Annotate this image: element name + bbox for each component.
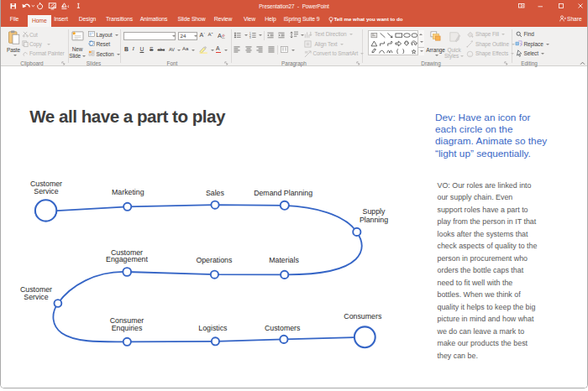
svg-text:A: A	[218, 31, 222, 39]
svg-text:3: 3	[249, 35, 251, 39]
